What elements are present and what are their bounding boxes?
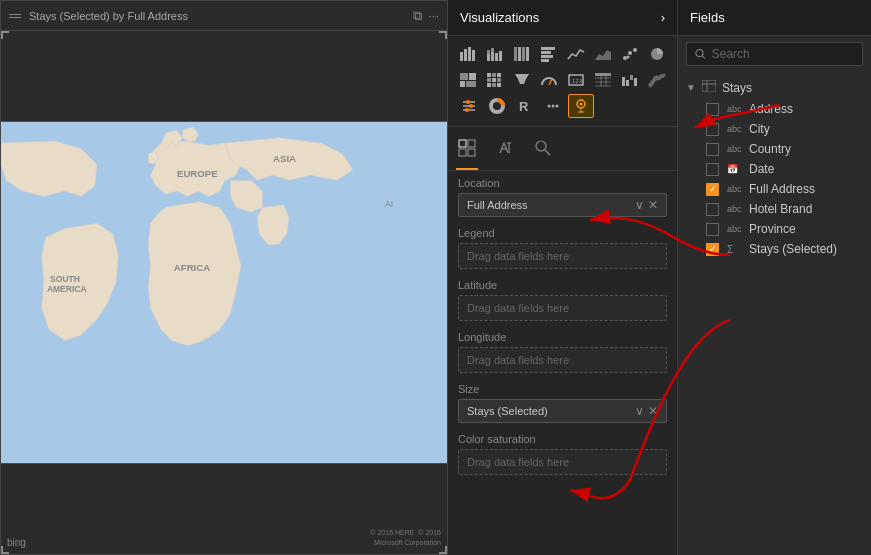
viz-icon-pie[interactable]: [644, 42, 669, 66]
svg-text:AMERICA: AMERICA: [47, 285, 87, 295]
svg-rect-12: [487, 54, 490, 61]
search-input[interactable]: [712, 47, 854, 61]
field-item-hotel-brand[interactable]: abc Hotel Brand: [678, 199, 871, 219]
field-item-full-address[interactable]: abc Full Address: [678, 179, 871, 199]
svg-text:R: R: [519, 99, 529, 114]
viz-icon-table[interactable]: [590, 68, 615, 92]
viz-icon-funnel[interactable]: [510, 68, 535, 92]
svg-point-62: [466, 100, 470, 104]
viz-icon-treemap[interactable]: [456, 68, 481, 92]
viz-icon-bar[interactable]: [456, 42, 481, 66]
svg-rect-73: [459, 140, 466, 147]
svg-text:SOUTH: SOUTH: [50, 274, 80, 284]
svg-rect-75: [459, 149, 466, 156]
field-type-abc-hotel: abc: [727, 204, 741, 214]
panels-body: 123: [448, 36, 871, 555]
longitude-drop-zone[interactable]: Drag data fields here: [458, 347, 667, 373]
viz-icon-100bar[interactable]: [510, 42, 535, 66]
size-field-expand[interactable]: ∨: [635, 404, 644, 418]
resize-handle-tl[interactable]: [1, 31, 9, 39]
field-item-city[interactable]: abc City: [678, 119, 871, 139]
field-name-stays-selected: Stays (Selected): [749, 242, 837, 256]
svg-rect-84: [702, 80, 716, 92]
checkbox-city[interactable]: [706, 123, 719, 136]
viz-icon-card[interactable]: 123: [564, 68, 589, 92]
svg-rect-33: [469, 73, 476, 80]
svg-rect-21: [526, 47, 529, 61]
svg-rect-19: [518, 47, 521, 61]
viz-icon-slicer[interactable]: [456, 94, 482, 118]
legend-drop-zone[interactable]: Drag data fields here: [458, 243, 667, 269]
svg-rect-38: [497, 73, 501, 77]
group-table-icon: [702, 80, 716, 95]
checkbox-country[interactable]: [706, 143, 719, 156]
checkbox-date[interactable]: [706, 163, 719, 176]
field-item-stays-selected[interactable]: Σ Stays (Selected): [678, 239, 871, 259]
svg-rect-74: [468, 140, 475, 147]
svg-text:ASIA: ASIA: [273, 153, 296, 164]
svg-rect-20: [522, 47, 525, 61]
location-label: Location: [458, 177, 667, 189]
svg-rect-17: [499, 51, 502, 61]
viz-icon-stacked-bar[interactable]: [483, 42, 508, 66]
field-item-address[interactable]: abc Address: [678, 99, 871, 119]
viz-icon-ribbon[interactable]: [644, 68, 669, 92]
field-type-abc-city: abc: [727, 124, 741, 134]
tab-analytics[interactable]: [532, 135, 554, 170]
svg-rect-44: [497, 83, 501, 87]
size-field-remove[interactable]: ✕: [648, 404, 658, 418]
svg-line-83: [702, 56, 705, 59]
viz-icon-scatter[interactable]: [617, 42, 642, 66]
location-field-expand[interactable]: ∨: [635, 198, 644, 212]
viz-icon-waterfall[interactable]: [617, 68, 642, 92]
svg-rect-57: [630, 75, 633, 80]
svg-text:AFRICA: AFRICA: [174, 262, 210, 273]
legend-placeholder: Drag data fields here: [467, 250, 569, 262]
drag-handle[interactable]: [9, 14, 21, 18]
svg-text:bing: bing: [7, 537, 26, 548]
svg-rect-15: [491, 48, 494, 52]
size-field-controls: ∨ ✕: [635, 404, 658, 418]
viz-icon-area[interactable]: [590, 42, 615, 66]
fields-group-stays[interactable]: ▼ Stays: [678, 76, 871, 99]
field-item-country[interactable]: abc Country: [678, 139, 871, 159]
svg-rect-23: [541, 51, 551, 54]
tab-fields[interactable]: [456, 135, 478, 170]
fields-list: ▼ Stays abc Address abc City: [678, 72, 871, 555]
checkbox-hotel-brand[interactable]: [706, 203, 719, 216]
viz-icon-matrix[interactable]: [483, 68, 508, 92]
more-icon[interactable]: ···: [428, 8, 439, 23]
field-item-province[interactable]: abc Province: [678, 219, 871, 239]
svg-rect-32: [460, 73, 468, 80]
viz-icon-map-selected[interactable]: [568, 94, 594, 118]
checkbox-full-address[interactable]: [706, 183, 719, 196]
size-field-filled[interactable]: Stays (Selected) ∨ ✕: [458, 399, 667, 423]
viz-icon-donut[interactable]: [484, 94, 510, 118]
checkbox-province[interactable]: [706, 223, 719, 236]
latitude-drop-zone[interactable]: Drag data fields here: [458, 295, 667, 321]
tab-format[interactable]: [494, 135, 516, 170]
viz-expand-icon[interactable]: ›: [661, 10, 665, 25]
color-saturation-drop-zone[interactable]: Drag data fields here: [458, 449, 667, 475]
expand-icon[interactable]: ⧉: [413, 8, 422, 24]
checkbox-address[interactable]: [706, 103, 719, 116]
color-saturation-placeholder: Drag data fields here: [467, 456, 569, 468]
viz-icon-r-visual[interactable]: R: [512, 94, 538, 118]
svg-rect-76: [468, 149, 475, 156]
viz-icon-gauge[interactable]: [537, 68, 562, 92]
viz-icon-line[interactable]: [564, 42, 589, 66]
checkbox-stays-selected[interactable]: [706, 243, 719, 256]
svg-rect-25: [541, 59, 549, 62]
field-item-date[interactable]: 📅 Date: [678, 159, 871, 179]
svg-rect-37: [492, 73, 496, 77]
location-field-filled[interactable]: Full Address ∨ ✕: [458, 193, 667, 217]
viz-icon-ellipsis[interactable]: [540, 94, 566, 118]
color-saturation-section: Color saturation Drag data fields here: [448, 427, 677, 479]
location-field-remove[interactable]: ✕: [648, 198, 658, 212]
fields-header: Fields: [678, 0, 871, 35]
resize-handle-tr[interactable]: [439, 31, 447, 39]
location-field-controls: ∨ ✕: [635, 198, 658, 212]
svg-rect-10: [468, 47, 471, 61]
viz-icon-hbar[interactable]: [537, 42, 562, 66]
svg-rect-16: [495, 53, 498, 61]
